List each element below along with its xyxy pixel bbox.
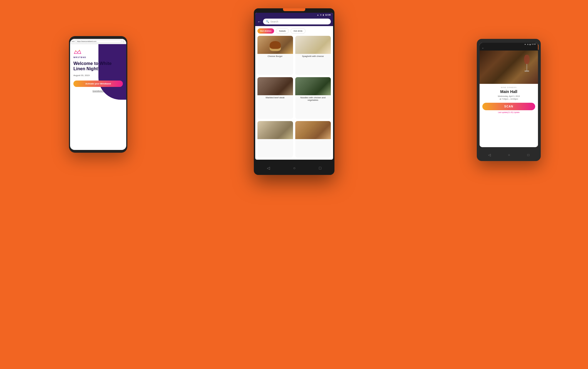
food-label-burger: Cheese Burger bbox=[257, 54, 293, 59]
tab-hot-dishes[interactable]: Hot dishes bbox=[257, 28, 274, 34]
right-nav-bar: ← bbox=[480, 46, 538, 51]
food-item-pizza[interactable] bbox=[295, 121, 331, 157]
search-icon: 🔍 bbox=[266, 20, 269, 23]
center-outer: 12:30 ← 🔍 Search Hot dishes Salads Hot d… bbox=[254, 8, 334, 175]
logo-area: WRSTBND bbox=[73, 49, 86, 58]
browser-bar: ●●● https://www.wrstband.com ⋮ bbox=[70, 39, 126, 44]
right-device: ▲ ⊛ ▮ 12:30 ← WINE DINNERS Main Hall bbox=[477, 39, 541, 161]
browser-status: ●●● bbox=[72, 41, 75, 42]
food-image-burger bbox=[257, 36, 293, 54]
center-screen: 12:30 ← 🔍 Search Hot dishes Salads Hot d… bbox=[255, 13, 333, 160]
right-signal-icon: ▲ bbox=[524, 43, 526, 45]
food-label-spaghetti: Spaghetti with cheese bbox=[295, 54, 331, 59]
right-time: 12:30 bbox=[532, 43, 536, 45]
status-time: 12:30 bbox=[325, 14, 331, 16]
wine-glass-bowl bbox=[524, 55, 530, 64]
right-wifi-icon: ⊛ bbox=[527, 43, 529, 45]
food-label-salad bbox=[257, 139, 293, 141]
url-bar[interactable]: https://www.wrstband.com bbox=[76, 40, 121, 43]
welcome-section: Welcome to White Linen Night! August 03,… bbox=[73, 61, 123, 92]
right-back-nav-icon[interactable]: ◁ bbox=[488, 153, 491, 157]
svg-point-2 bbox=[79, 50, 80, 51]
back-arrow-icon[interactable]: ← bbox=[257, 19, 261, 24]
back-nav-icon[interactable]: ◁ bbox=[267, 166, 270, 170]
food-image-spaghetti bbox=[295, 36, 331, 54]
right-bottom-nav: ◁ ○ □ bbox=[480, 149, 538, 161]
food-item-burger[interactable]: Cheese Burger bbox=[257, 36, 293, 75]
right-event-type: WINE DINNERS bbox=[501, 87, 517, 88]
left-phone-outer: ●●● https://www.wrstband.com ⋮ bbox=[69, 36, 127, 153]
right-status-bar: ▲ ⊛ ▮ 12:30 bbox=[480, 43, 538, 46]
battery-icon bbox=[323, 14, 324, 16]
welcome-title: Welcome to White Linen Night! bbox=[73, 61, 123, 71]
food-item-spaghetti[interactable]: Spaghetti with cheese bbox=[295, 36, 331, 75]
browser-menu-icon[interactable]: ⋮ bbox=[122, 40, 125, 43]
wine-glass-base bbox=[525, 71, 529, 72]
wifi-icon bbox=[320, 14, 322, 16]
center-bottom-nav: ◁ ○ □ bbox=[255, 161, 333, 175]
left-phone-screen: ●●● https://www.wrstband.com ⋮ bbox=[70, 39, 126, 150]
food-image-noodles bbox=[295, 77, 331, 95]
search-bar[interactable]: 🔍 Search bbox=[263, 19, 331, 24]
url-text: https://www.wrstband.com bbox=[77, 41, 96, 42]
right-event-date: Wednesday, April 3, 2019at 7:00pm – 10:0… bbox=[498, 95, 520, 101]
right-home-nav-icon[interactable]: ○ bbox=[508, 153, 510, 157]
home-nav-icon[interactable]: ○ bbox=[293, 166, 296, 170]
food-label-beef: Marbled beef steak bbox=[257, 95, 293, 100]
questions-link[interactable]: Questions? bbox=[73, 90, 123, 92]
left-phone: ●●● https://www.wrstband.com ⋮ bbox=[69, 36, 127, 153]
right-screen: ▲ ⊛ ▮ 12:30 ← WINE DINNERS Main Hall bbox=[480, 43, 538, 147]
wine-glass-icon bbox=[524, 53, 530, 76]
category-tabs: Hot dishes Salads Hot drink bbox=[255, 26, 333, 36]
food-item-salad[interactable] bbox=[257, 121, 293, 157]
last-update-text: Last update(21-20) Update bbox=[498, 111, 520, 113]
signal-icon bbox=[317, 14, 319, 16]
last-update-label: Last update(21-20) bbox=[498, 111, 514, 113]
right-event-content: WINE DINNERS Main Hall Wednesday, April … bbox=[480, 84, 538, 147]
search-placeholder: Search bbox=[271, 20, 279, 23]
activate-wristband-button[interactable]: Activate your Wristband bbox=[73, 81, 123, 87]
right-back-icon[interactable]: ← bbox=[482, 47, 484, 49]
logo-crown-icon bbox=[73, 49, 82, 55]
left-phone-content: WRSTBND Welcome to White Linen Night! Au… bbox=[70, 44, 126, 150]
food-item-noodles[interactable]: Noodles with chicken and vegetables bbox=[295, 77, 331, 119]
food-label-pizza bbox=[295, 139, 331, 141]
food-image-pizza bbox=[295, 121, 331, 139]
food-label-noodles: Noodles with chicken and vegetables bbox=[295, 95, 331, 103]
food-image-beef bbox=[257, 77, 293, 95]
center-top-accent bbox=[283, 8, 305, 11]
square-nav-icon[interactable]: □ bbox=[319, 166, 321, 170]
right-event-image bbox=[480, 51, 538, 84]
food-image-salad bbox=[257, 121, 293, 139]
welcome-date: August 03, 2019 bbox=[73, 74, 123, 77]
center-device: 12:30 ← 🔍 Search Hot dishes Salads Hot d… bbox=[254, 8, 334, 175]
right-event-title: Main Hall bbox=[500, 89, 517, 94]
right-battery-icon: ▮ bbox=[530, 43, 530, 45]
food-item-beef[interactable]: Marbled beef steak bbox=[257, 77, 293, 119]
tab-hot-drink[interactable]: Hot drink bbox=[291, 28, 306, 34]
svg-point-1 bbox=[77, 52, 78, 53]
svg-point-0 bbox=[75, 51, 76, 51]
tab-salads[interactable]: Salads bbox=[276, 28, 289, 34]
wine-glass-stem bbox=[527, 64, 527, 71]
center-status-bar: 12:30 bbox=[255, 13, 333, 17]
right-square-nav-icon[interactable]: □ bbox=[527, 153, 529, 157]
update-link[interactable]: Update bbox=[514, 111, 520, 113]
right-outer: ▲ ⊛ ▮ 12:30 ← WINE DINNERS Main Hall bbox=[477, 39, 541, 161]
logo-text: WRSTBND bbox=[73, 56, 86, 58]
food-grid: Cheese Burger Spaghetti with cheese Marb… bbox=[255, 36, 333, 160]
center-nav-bar: ← 🔍 Search bbox=[255, 17, 333, 26]
scan-button[interactable]: SCAN bbox=[482, 103, 535, 110]
